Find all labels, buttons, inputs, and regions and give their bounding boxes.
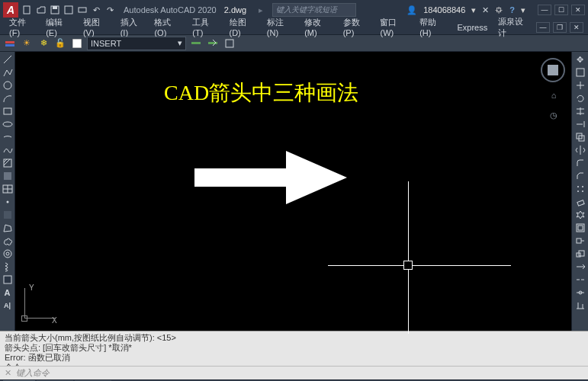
hatch-tool[interactable] xyxy=(1,157,14,169)
table-tool[interactable] xyxy=(1,183,14,195)
undo-icon[interactable]: ↶ xyxy=(90,4,102,16)
menu-edit[interactable]: 编辑(E) xyxy=(41,15,77,39)
stretch-tool[interactable] xyxy=(574,235,587,247)
menu-file[interactable]: 文件(F) xyxy=(5,15,40,39)
layer-color-icon[interactable] xyxy=(70,37,84,50)
menu-format[interactable]: 格式(O) xyxy=(149,15,186,39)
rotate-tool[interactable] xyxy=(574,92,587,104)
scale-tool[interactable] xyxy=(574,248,587,260)
nav-home-icon[interactable]: ⌂ xyxy=(547,88,561,102)
minimize-button[interactable]: — xyxy=(538,5,551,15)
doc-close-button[interactable]: ✕ xyxy=(570,22,583,33)
ellipse-arc-tool[interactable] xyxy=(1,131,14,143)
menu-draw[interactable]: 绘图(D) xyxy=(225,15,261,39)
exchange-icon[interactable]: ✕ xyxy=(482,5,489,15)
menu-modify[interactable]: 修改(M) xyxy=(300,15,337,39)
layer-lock-icon[interactable]: 🔓 xyxy=(53,37,67,50)
polyline-tool[interactable] xyxy=(1,66,14,78)
user-name[interactable]: 184068846 xyxy=(423,5,465,14)
open-icon[interactable] xyxy=(35,4,47,16)
lengthen-tool[interactable] xyxy=(574,261,587,273)
erase-tool[interactable] xyxy=(574,196,587,208)
menu-express[interactable]: Express xyxy=(452,21,492,34)
point-tool[interactable] xyxy=(1,196,14,208)
boundary-tool[interactable] xyxy=(1,222,14,234)
doc-restore-button[interactable]: ❐ xyxy=(553,22,567,33)
donut-tool[interactable] xyxy=(1,248,14,260)
menu-help[interactable]: 帮助(H) xyxy=(415,15,451,39)
layer-prev-icon[interactable] xyxy=(206,37,220,50)
helix-tool[interactable] xyxy=(1,261,14,273)
circle-tool[interactable] xyxy=(1,79,14,91)
layer-freeze-icon[interactable]: ❄ xyxy=(37,37,50,50)
join-tool[interactable] xyxy=(574,287,587,299)
svg-point-12 xyxy=(4,82,11,89)
cmd-line: 箭头尖点: [回车改箭头尺寸] *取消* xyxy=(5,343,583,353)
gradient-tool[interactable] xyxy=(1,209,14,221)
fillet-tool[interactable] xyxy=(574,157,587,169)
save-icon[interactable] xyxy=(49,4,61,16)
doc-minimize-button[interactable]: — xyxy=(536,22,550,33)
saveas-icon[interactable] xyxy=(63,4,75,16)
layer-combo[interactable]: INSERT ▾ xyxy=(87,37,186,50)
drawing-canvas[interactable]: CAD箭头中三种画法 Y X ⌂ ◷ xyxy=(15,52,571,331)
close-cmdline-icon[interactable]: ✕ xyxy=(5,368,11,378)
line-tool[interactable] xyxy=(1,53,14,66)
wipeout-tool[interactable] xyxy=(1,274,14,286)
svg-line-17 xyxy=(4,159,10,165)
svg-rect-3 xyxy=(65,6,72,14)
menu-yuanquan[interactable]: 源泉设计 xyxy=(493,14,535,40)
user-dropdown-icon[interactable]: ▾ xyxy=(471,5,476,15)
menu-tools[interactable]: 工具(T) xyxy=(188,15,223,39)
menu-dimension[interactable]: 标注(N) xyxy=(262,15,298,39)
svg-point-33 xyxy=(577,190,579,192)
signin-icon[interactable]: 👤 xyxy=(406,5,417,15)
quick-access-toolbar: ↶ ↷ xyxy=(21,4,116,16)
menu-parametric[interactable]: 参数(P) xyxy=(339,15,374,39)
region-tool[interactable] xyxy=(1,170,14,182)
redo-icon[interactable]: ↷ xyxy=(104,4,116,16)
arc-tool[interactable] xyxy=(1,92,14,104)
svg-rect-6 xyxy=(5,44,14,46)
trim-tool[interactable] xyxy=(574,105,587,117)
move-tool[interactable] xyxy=(574,79,587,91)
ellipse-tool[interactable] xyxy=(1,118,14,130)
viewcube[interactable] xyxy=(541,58,565,82)
help-icon[interactable]: ? xyxy=(509,5,515,14)
command-history: 当前箭头大小(mm,按图纸比例自动调节): <15> 箭头尖点: [回车改箭头尺… xyxy=(0,331,588,366)
menu-insert[interactable]: 插入(I) xyxy=(116,15,149,39)
svg-rect-23 xyxy=(4,211,11,219)
mirror-tool[interactable] xyxy=(574,144,587,156)
layer-on-icon[interactable]: ☀ xyxy=(20,37,34,50)
extend-tool[interactable] xyxy=(574,118,587,130)
layer-state-icon[interactable] xyxy=(223,37,236,50)
text-tool[interactable]: A xyxy=(1,287,14,299)
align-tool[interactable] xyxy=(574,299,587,312)
new-icon[interactable] xyxy=(21,4,34,16)
plot-icon[interactable] xyxy=(76,4,88,16)
offset-tool[interactable] xyxy=(574,222,587,234)
layer-match-icon[interactable] xyxy=(189,37,203,50)
layer-properties-icon[interactable] xyxy=(3,37,17,50)
menu-window[interactable]: 窗口(W) xyxy=(375,15,413,39)
svg-marker-27 xyxy=(194,151,347,204)
mtext-tool[interactable]: A| xyxy=(1,299,14,312)
maximize-button[interactable]: ☐ xyxy=(554,5,568,15)
chamfer-tool[interactable] xyxy=(574,170,587,182)
rect-tool[interactable] xyxy=(1,105,14,117)
array-tool[interactable] xyxy=(574,183,587,195)
svg-rect-26 xyxy=(4,276,11,283)
zoomext-tool[interactable] xyxy=(574,66,587,78)
revcloud-tool[interactable] xyxy=(1,235,14,247)
menu-view[interactable]: 视图(V) xyxy=(79,15,114,39)
command-input[interactable]: ✕ 键入命令 xyxy=(0,366,588,379)
explode-tool[interactable] xyxy=(574,209,587,221)
nav-wheel-icon[interactable]: ◷ xyxy=(547,108,561,122)
pan-tool[interactable]: ✥ xyxy=(574,53,587,66)
spline-tool[interactable] xyxy=(1,144,14,156)
break-tool[interactable] xyxy=(574,274,587,286)
close-button[interactable]: ✕ xyxy=(571,5,585,15)
stayconnected-icon[interactable]: ⯐ xyxy=(495,5,503,14)
copy-tool[interactable] xyxy=(574,131,587,143)
svg-point-31 xyxy=(577,186,579,187)
